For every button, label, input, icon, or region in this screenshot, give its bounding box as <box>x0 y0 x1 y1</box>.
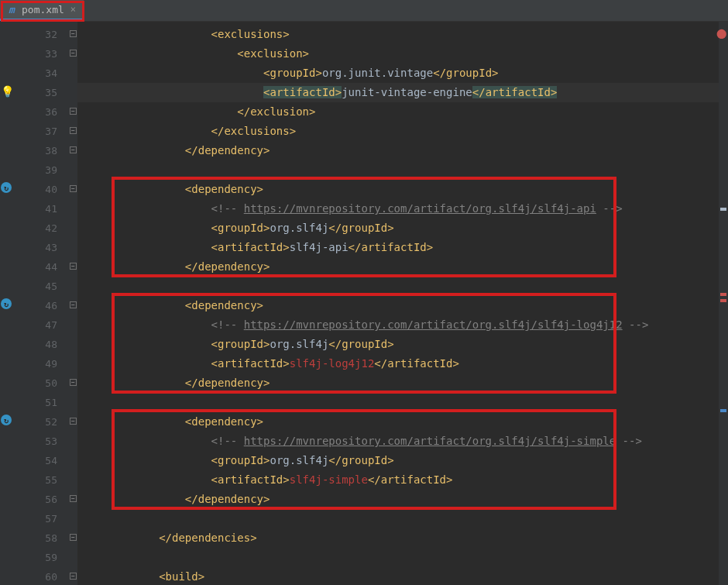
code-line: <artifactId>slf4j-api</artifactId> <box>77 238 728 257</box>
code-line: <dependency> <box>77 180 728 199</box>
line-number: 37 <box>14 122 68 141</box>
line-number: 41 <box>14 199 68 219</box>
stripe-mark[interactable] <box>720 409 726 412</box>
reload-icon[interactable]: ↻ <box>1 182 13 194</box>
line-number: 55 <box>14 470 68 490</box>
line-number: 48 <box>14 335 68 354</box>
line-number: 47 <box>14 315 68 335</box>
line-number: 58 <box>14 528 68 548</box>
fold-toggle[interactable]: − <box>70 573 77 580</box>
stripe-mark[interactable] <box>720 293 726 296</box>
line-number: 34 <box>14 64 68 83</box>
code-line: <artifactId>slf4j-simple</artifactId> <box>77 470 728 490</box>
fold-toggle[interactable]: − <box>70 301 77 308</box>
line-number: 38 <box>14 141 68 160</box>
code-line <box>77 548 728 567</box>
line-number: 57 <box>14 509 68 528</box>
stripe-mark[interactable] <box>720 299 726 302</box>
fold-toggle[interactable]: − <box>70 185 77 192</box>
fold-column: − − − − − − − − − − − − − <box>68 22 77 585</box>
lightbulb-icon[interactable]: 💡 <box>1 85 13 98</box>
line-number: 50 <box>14 373 68 393</box>
code-line: <groupId>org.slf4j</groupId> <box>77 335 728 354</box>
line-number: 46 <box>14 296 68 315</box>
fold-toggle[interactable]: − <box>70 50 77 57</box>
fold-toggle[interactable]: − <box>70 379 77 386</box>
line-number: 32 <box>14 25 68 44</box>
line-number: 35 <box>14 83 68 102</box>
code-line: <build> <box>77 567 728 585</box>
close-icon[interactable]: × <box>69 4 77 15</box>
code-line: <!-- https://mvnrepository.com/artifact/… <box>77 432 728 451</box>
line-number: 42 <box>14 219 68 238</box>
line-number-gutter: 32 33 34 35 36 37 38 39 40 41 42 43 44 4… <box>14 22 68 585</box>
line-number: 40 <box>14 180 68 199</box>
code-line: <!-- https://mvnrepository.com/artifact/… <box>77 315 728 335</box>
code-line: </dependency> <box>77 141 728 160</box>
code-line: <dependency> <box>77 296 728 315</box>
code-line: </exclusions> <box>77 122 728 141</box>
code-editor[interactable]: 💡 ↻ ↻ ↻ 32 33 34 35 36 37 38 39 40 41 42… <box>0 22 728 585</box>
error-icon: ⬤ <box>716 28 726 39</box>
line-number: 33 <box>14 44 68 64</box>
code-line: <exclusion> <box>77 44 728 64</box>
code-line <box>77 393 728 412</box>
line-number: 51 <box>14 393 68 412</box>
code-line: <artifactId>slf4j-log4j12</artifactId> <box>77 354 728 373</box>
code-line: </exclusion> <box>77 102 728 122</box>
line-number: 45 <box>14 277 68 296</box>
fold-toggle[interactable]: − <box>70 127 77 134</box>
reload-icon[interactable]: ↻ <box>1 415 13 427</box>
code-line: </dependency> <box>77 490 728 509</box>
fold-toggle[interactable]: − <box>70 418 77 425</box>
maven-icon: m <box>6 4 17 15</box>
tab-pom-xml[interactable]: m pom.xml × <box>0 0 84 21</box>
line-number: 49 <box>14 354 68 373</box>
tab-bar: m pom.xml × <box>0 0 728 22</box>
reload-icon[interactable]: ↻ <box>1 298 13 311</box>
line-number: 53 <box>14 432 68 451</box>
fold-toggle[interactable]: − <box>70 495 77 502</box>
fold-toggle[interactable]: − <box>70 146 77 153</box>
code-line: <exclusions> <box>77 25 728 44</box>
code-line: <groupId>org.slf4j</groupId> <box>77 219 728 238</box>
stripe-mark[interactable] <box>720 208 726 211</box>
line-number: 44 <box>14 257 68 277</box>
code-line: <artifactId>junit-vintage-engine</artifa… <box>77 83 728 102</box>
fold-toggle[interactable]: − <box>70 30 77 37</box>
line-number: 39 <box>14 160 68 180</box>
code-line: </dependency> <box>77 257 728 277</box>
line-number: 59 <box>14 548 68 567</box>
line-number: 43 <box>14 238 68 257</box>
line-number: 52 <box>14 412 68 432</box>
code-line <box>77 160 728 180</box>
code-line: <groupId>org.slf4j</groupId> <box>77 451 728 470</box>
code-line: <dependency> <box>77 412 728 432</box>
fold-toggle[interactable]: − <box>70 108 77 115</box>
line-number: 36 <box>14 102 68 122</box>
fold-toggle[interactable]: − <box>70 263 77 270</box>
error-stripe[interactable]: ⬤ <box>719 22 728 585</box>
code-line <box>77 277 728 296</box>
code-line: <groupId>org.junit.vintage</groupId> <box>77 64 728 83</box>
fold-toggle[interactable]: − <box>70 534 77 541</box>
gutter-icons: 💡 ↻ ↻ ↻ <box>0 22 14 585</box>
code-line <box>77 509 728 528</box>
code-line: </dependency> <box>77 373 728 393</box>
line-number: 56 <box>14 490 68 509</box>
tab-label: pom.xml <box>22 4 64 15</box>
code-line: <!-- https://mvnrepository.com/artifact/… <box>77 199 728 219</box>
line-number: 54 <box>14 451 68 470</box>
code-area[interactable]: <exclusions> <exclusion> <groupId>org.ju… <box>77 22 728 585</box>
line-number: 60 <box>14 567 68 585</box>
code-line: </dependencies> <box>77 528 728 548</box>
